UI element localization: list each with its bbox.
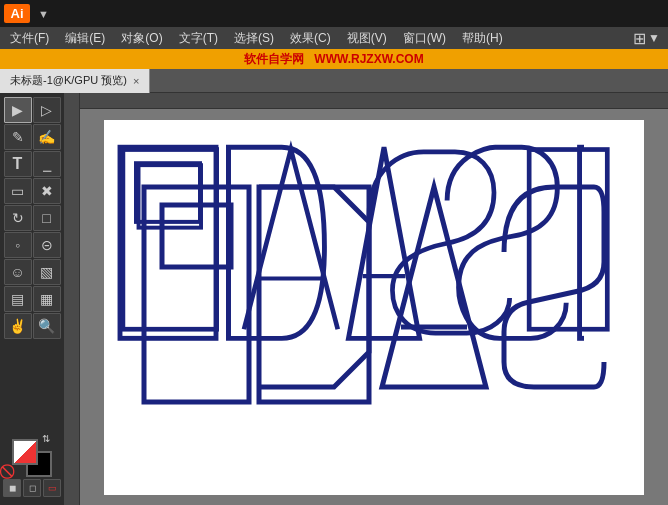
none-mode-btn[interactable]: ▭ (43, 479, 61, 497)
menu-select[interactable]: 选择(S) (226, 28, 282, 49)
title-app-name: ▼ (38, 8, 49, 20)
hand-tool[interactable]: ✌ (4, 313, 32, 339)
line-tool[interactable]: ⎯ (33, 151, 61, 177)
color-boxes: ⇅ ⃠ (10, 433, 54, 471)
tool-row-7: ☺ ▧ (0, 259, 64, 285)
view-mode-icon[interactable]: ⊞ (633, 29, 646, 48)
tool-row-9: ✌ 🔍 (0, 313, 64, 339)
gradient-mode-btn[interactable]: ◻ (23, 479, 41, 497)
ruler-vertical (64, 93, 80, 505)
selection-tool[interactable]: ▶ (4, 97, 32, 123)
tool-row-3: T ⎯ (0, 151, 64, 177)
color-section: ⇅ ⃠ ◼ ◻ ▭ (0, 429, 64, 501)
document-tab[interactable]: 未标题-1@K/GPU 预览) × (0, 69, 150, 93)
tab-label: 未标题-1@K/GPU 预览) (10, 73, 127, 88)
oasi-artwork (134, 172, 614, 442)
tool-row-4: ▭ ✖ (0, 178, 64, 204)
color-mode-btn[interactable]: ◼ (3, 479, 21, 497)
canvas-area (64, 93, 668, 505)
watermark-url: WWW.RJZXW.COM (314, 52, 423, 66)
eraser-tool[interactable]: ✖ (33, 178, 61, 204)
symbol-tool[interactable]: ☺ (4, 259, 32, 285)
tool-row-8: ▤ ▦ (0, 286, 64, 312)
menu-effect[interactable]: 效果(C) (282, 28, 339, 49)
column-graph-tool[interactable]: ▧ (33, 259, 61, 285)
tab-close-button[interactable]: × (133, 75, 139, 87)
menu-help[interactable]: 帮助(H) (454, 28, 511, 49)
left-toolbar: ▶ ▷ ✎ ✍ T ⎯ ▭ ✖ ↻ □ ◦ ⊝ ☺ ▧ (0, 93, 64, 505)
swap-colors-icon[interactable]: ⇅ (42, 433, 54, 445)
free-transform-tool[interactable]: ⊝ (33, 232, 61, 258)
add-anchor-tool[interactable]: ✍ (33, 124, 61, 150)
warp-tool[interactable]: ◦ (4, 232, 32, 258)
direct-selection-tool[interactable]: ▷ (33, 97, 61, 123)
svg-rect-12 (139, 165, 202, 228)
menu-window[interactable]: 窗口(W) (395, 28, 454, 49)
watermark-bar: 软件自学网 WWW.RJZXW.COM (0, 49, 668, 69)
main-layout: ▶ ▷ ✎ ✍ T ⎯ ▭ ✖ ↻ □ ◦ ⊝ ☺ ▧ (0, 93, 668, 505)
tool-row-6: ◦ ⊝ (0, 232, 64, 258)
menu-bar: 文件(F) 编辑(E) 对象(O) 文字(T) 选择(S) 效果(C) 视图(V… (0, 27, 668, 49)
artboard-tool[interactable]: ▤ (4, 286, 32, 312)
tool-row-2: ✎ ✍ (0, 124, 64, 150)
transform-tool[interactable]: □ (33, 205, 61, 231)
ai-logo: Ai (4, 4, 30, 23)
canvas-document (104, 120, 644, 495)
watermark-text: 软件自学网 (244, 52, 304, 66)
tool-row-1: ▶ ▷ (0, 97, 64, 123)
menu-edit[interactable]: 编辑(E) (57, 28, 113, 49)
ruler-horizontal (64, 93, 668, 109)
menu-view[interactable]: 视图(V) (339, 28, 395, 49)
pen-tool[interactable]: ✎ (4, 124, 32, 150)
menu-file[interactable]: 文件(F) (2, 28, 57, 49)
svg-rect-14 (529, 149, 607, 329)
tab-bar: 未标题-1@K/GPU 预览) × (0, 69, 668, 93)
rectangle-tool[interactable]: ▭ (4, 178, 32, 204)
tool-row-5: ↻ □ (0, 205, 64, 231)
menu-object[interactable]: 对象(O) (113, 28, 170, 49)
zoom-tool[interactable]: 🔍 (33, 313, 61, 339)
rotate-tool[interactable]: ↻ (4, 205, 32, 231)
menu-text[interactable]: 文字(T) (171, 28, 226, 49)
slice-tool[interactable]: ▦ (33, 286, 61, 312)
type-tool[interactable]: T (4, 151, 32, 177)
fill-color-box[interactable] (12, 439, 38, 465)
title-bar: Ai ▼ (0, 0, 668, 27)
